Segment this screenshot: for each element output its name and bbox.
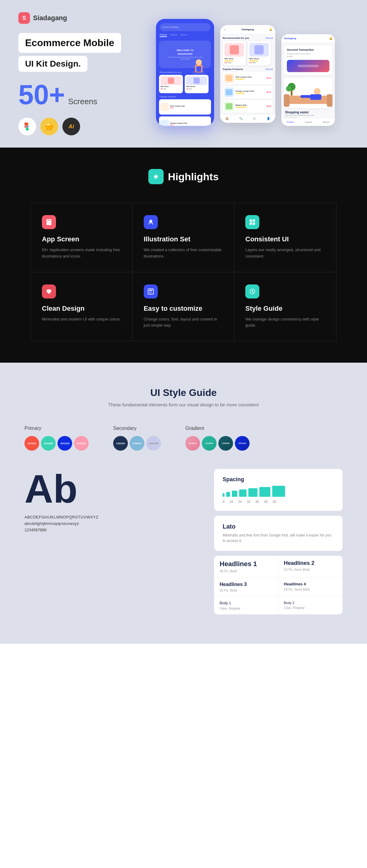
color-circle-3: #0F2CE0 (57, 436, 72, 451)
spacing-bar-40 (248, 488, 257, 497)
secondary-circle-3: #C7CAE9 (146, 436, 161, 451)
style-guide-icon (245, 284, 259, 299)
spacing-bar-8 (223, 493, 224, 497)
spacing-bar-24 (232, 491, 237, 497)
headline-spec-6: 12px, Regular (284, 606, 337, 610)
svg-point-29 (252, 291, 253, 292)
hero-title-line2: UI Kit Design. (25, 59, 81, 69)
highlight-card-5: Easy to customize Change colors, font, l… (133, 272, 234, 341)
highlight-desc-5: Change colors, font, layout and content … (144, 316, 223, 329)
brand-logo: S (18, 12, 30, 24)
headline-text-1: Headlines 1 (220, 560, 273, 568)
font-name: Lato (223, 523, 334, 530)
uppercase-row: ABCDEFGHIJKLMNOPQRSTUVWXYZ (25, 515, 202, 519)
svg-point-11 (314, 88, 320, 95)
secondary-label: Secondary (113, 426, 161, 431)
svg-point-6 (196, 59, 202, 65)
highlight-card-3: Consistent UI Layers are neatly arranged… (234, 203, 336, 272)
illustration-icon (144, 215, 158, 229)
highlight-desc-6: We manage design consistency with style … (245, 316, 325, 329)
highlight-desc-1: 50+ Application screens made including f… (42, 247, 121, 260)
headline-item-4: Headlines 4 18 Px, Semi Bold (278, 578, 342, 597)
palette-row: Primary #F75343 #3AD4B5 #0F2CE0 #FC9BAF … (25, 426, 342, 451)
screens-count-row: 50+ Screens (18, 81, 121, 108)
headline-text-2: Headlines 2 (284, 560, 337, 566)
consistent-icon (245, 215, 259, 229)
svg-point-20 (149, 220, 152, 223)
spacing-numbers: 8 16 24 32 40 48 56 (223, 500, 334, 503)
hero-section: S Siadagang Ecommerce Mobile UI Kit Desi… (0, 0, 367, 148)
clean-design-icon (42, 284, 56, 299)
brand-name: Siadagang (33, 14, 67, 22)
svg-rect-10 (327, 94, 333, 107)
phone-main: Search anything... Feature Popular Brand… (156, 19, 214, 126)
secondary-circles: #1E3354 #7FBEV9 #C7CAE9 (113, 436, 161, 451)
svg-rect-27 (149, 291, 151, 292)
headline-text-5: Body 1 (220, 601, 273, 605)
highlight-card-2: Illustration Set We created a collection… (133, 203, 234, 272)
highlights-header: ★ Highlights (31, 169, 336, 184)
headline-spec-4: 18 Px, Semi Bold (284, 588, 337, 591)
ai-icon: Ai (62, 118, 80, 135)
numbers-row: 1234567890 (25, 528, 202, 532)
highlight-desc-2: We created a collection of free customiz… (144, 247, 223, 260)
headlines-grid: Headlines 1 28 Px, Bold Headlines 2 24 P… (214, 556, 342, 614)
color-circle-4: #FC9BAF (74, 436, 89, 451)
highlight-card-4: Clean Design Minimalist and modern UI wi… (31, 272, 133, 341)
secondary-circle-2: #7FBEV9 (130, 436, 144, 451)
headline-text-3: Headlines 3 (220, 582, 273, 587)
headline-spec-2: 24 Px, Semi Bold (284, 568, 337, 571)
highlight-name-4: Clean Design (42, 305, 121, 313)
hero-subtitle-box: UI Kit Design. (18, 56, 87, 72)
headline-text-6: Body 2 (284, 601, 337, 604)
spacing-card: Spacing 8 16 24 32 40 48 5 (214, 469, 342, 511)
svg-rect-22 (253, 219, 255, 222)
screens-label: Screens (68, 97, 97, 106)
secondary-circle-1: #1E3354 (113, 436, 128, 451)
gradient-circle-3: #185E6B (218, 436, 233, 451)
spacing-bars (223, 486, 334, 497)
app-screen-icon (42, 215, 56, 229)
color-circle-1: #F75343 (25, 436, 39, 451)
color-circle-2: #3AD4B5 (41, 436, 56, 451)
spacing-bar-48 (259, 487, 270, 497)
style-guide-section: UI Style Guide These fundamental element… (0, 363, 367, 644)
hero-phones: Search anything... Feature Popular Brand… (141, 16, 349, 132)
highlight-desc-3: Layers are neatly arranged, structured a… (245, 247, 325, 260)
type-spacing-row: Ab ABCDEFGHIJKLMNOPQRSTUVWXYZ abcdefghij… (25, 469, 342, 619)
gradient-circles: #EC9BAF #2CB89F #185E6B #0F2CE0 (185, 436, 250, 451)
svg-rect-13 (301, 95, 314, 98)
svg-rect-24 (253, 222, 255, 225)
svg-rect-21 (250, 219, 252, 222)
highlights-grid: App Screen 50+ Application screens made … (31, 203, 336, 341)
headline-spec-3: 22 Px, Bold (220, 588, 273, 592)
highlight-name-5: Easy to customize (144, 305, 223, 313)
spacing-bar-32 (239, 490, 247, 497)
hero-left: S Siadagang Ecommerce Mobile UI Kit Desi… (18, 12, 121, 135)
highlight-name-2: Illustration Set (144, 235, 223, 243)
ai-label: Ai (68, 123, 74, 130)
typography-section: Ab ABCDEFGHIJKLMNOPQRSTUVWXYZ abcdefghij… (25, 469, 202, 532)
phone-third: Siadagang 🔔 Secured Transaction We give … (281, 34, 335, 126)
highlight-name-1: App Screen (42, 235, 121, 243)
figma-icon (18, 118, 36, 135)
headline-item-5: Body 1 14px, Regular (214, 597, 278, 614)
star-badge: ★ (148, 169, 164, 184)
highlight-card-6: Style Guide We manage design consistency… (234, 272, 336, 341)
gradient-circle-1: #EC9BAF (185, 436, 200, 451)
headline-item-6: Body 2 12px, Regular (278, 597, 342, 614)
hero-title-line1: Ecommerce Mobile (25, 37, 114, 49)
sketch-icon (40, 118, 58, 135)
style-guide-title: UI Style Guide (25, 387, 342, 398)
headline-spec-1: 28 Px, Bold (220, 569, 273, 573)
gradient-palette: Gradient #EC9BAF #2CB89F #185E6B #0F2CE0 (185, 426, 250, 451)
highlight-desc-4: Minimalist and modern UI with unique col… (42, 316, 121, 322)
highlights-section: ★ Highlights App Screen 50+ Application … (0, 148, 367, 363)
svg-rect-7 (196, 66, 201, 68)
spacing-font-section: Spacing 8 16 24 32 40 48 5 (214, 469, 342, 619)
customize-icon (144, 284, 158, 299)
gradient-label: Gradient (185, 426, 250, 431)
phone-secondary: ← Siadagang 🔔 Recommended for you View a… (220, 25, 275, 123)
secondary-palette: Secondary #1E3354 #7FBEV9 #C7CAE9 (113, 426, 161, 451)
headlines-card: Headlines 1 28 Px, Bold Headlines 2 24 P… (214, 556, 342, 614)
